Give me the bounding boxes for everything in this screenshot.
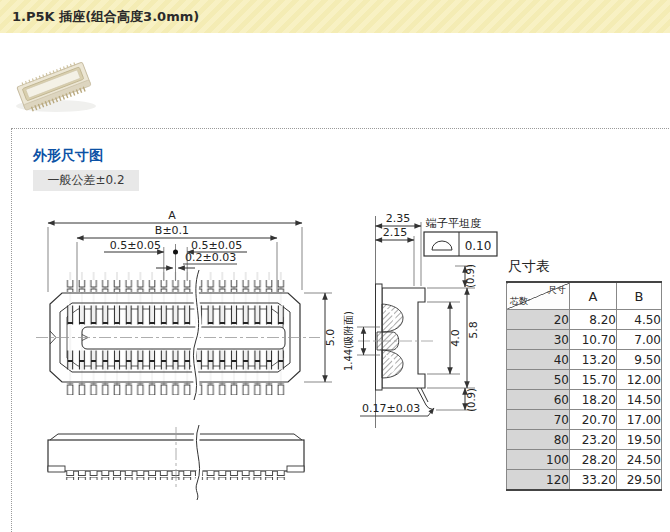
cell-pins: 120 xyxy=(507,470,570,491)
cell-a: 20.70 xyxy=(570,410,617,430)
table-row: 3010.707.00 xyxy=(507,330,662,350)
cell-b: 9.50 xyxy=(617,350,662,370)
cell-a: 23.20 xyxy=(570,430,617,450)
dim-label-235: 2.35 xyxy=(386,212,411,225)
cell-a: 28.20 xyxy=(570,450,617,470)
side-view: 2.35 2.15 端子平坦度 0.10 (0.9) xyxy=(343,212,497,428)
diagonal-header-cell: 尺寸 芯数 xyxy=(507,282,570,310)
cell-b: 17.00 xyxy=(617,410,662,430)
flatness-label: 端子平坦度 xyxy=(425,217,481,230)
cell-b: 29.50 xyxy=(617,470,662,491)
cell-b: 7.00 xyxy=(617,330,662,350)
dim-label-215: 2.15 xyxy=(383,226,408,239)
product-photo xyxy=(8,48,104,120)
dim-label-09-bottom: (0.9) xyxy=(466,388,477,412)
col-header-b: B xyxy=(617,282,662,310)
cell-pins: 80 xyxy=(507,430,570,450)
size-table: 尺寸 芯数 A B 208.204.50 3010.707.00 4013.20… xyxy=(506,281,662,491)
cell-pins: 20 xyxy=(507,310,570,330)
table-row: 4013.209.50 xyxy=(507,350,662,370)
diag-label-pins: 芯数 xyxy=(510,295,528,308)
dim-label-pitch-left: 0.5±0.05 xyxy=(110,239,161,252)
table-row: 7020.7017.00 xyxy=(507,410,662,430)
dim-label-body-width: 5.0 xyxy=(324,329,337,347)
cell-pins: 100 xyxy=(507,450,570,470)
size-table-header-row: 尺寸 芯数 A B xyxy=(507,282,662,310)
flatness-value: 0.10 xyxy=(465,239,492,253)
cell-pins: 50 xyxy=(507,370,570,390)
dimension-drawing: A B±0.1 0.5±0.05 0.5±0.05 0.2±0.03 xyxy=(25,198,505,528)
dim-label-a: A xyxy=(168,209,176,222)
cell-a: 33.20 xyxy=(570,470,617,491)
dim-label-pad: 0.2±0.03 xyxy=(185,251,236,264)
cell-a: 15.70 xyxy=(570,370,617,390)
drawing-section-title: 外形尺寸图 xyxy=(33,147,103,165)
table-row: 5015.7012.00 xyxy=(507,370,662,390)
datasheet-page: 1.P5K 插座(组合高度3.0mm) 外形尺寸图 一般公差±0.2 xyxy=(0,0,670,532)
cell-b: 12.00 xyxy=(617,370,662,390)
dim-label-lead: 0.17±0.03 xyxy=(362,402,420,415)
cell-b: 14.50 xyxy=(617,390,662,410)
cell-a: 10.70 xyxy=(570,330,617,350)
cell-a: 13.20 xyxy=(570,350,617,370)
diag-label-size: 尺寸 xyxy=(548,284,566,297)
size-table-section: 尺寸表 尺寸 芯数 A B 208.204.50 3010.707.00 401… xyxy=(506,258,662,491)
dim-label-40: 4.0 xyxy=(449,329,462,347)
cell-a: 8.20 xyxy=(570,310,617,330)
cell-pins: 30 xyxy=(507,330,570,350)
cell-b: 4.50 xyxy=(617,310,662,330)
cell-b: 24.50 xyxy=(617,450,662,470)
dim-label-b: B±0.1 xyxy=(155,224,189,237)
cell-a: 18.20 xyxy=(570,390,617,410)
table-row: 8023.2019.50 xyxy=(507,430,662,450)
cell-pins: 60 xyxy=(507,390,570,410)
dim-label-09-top: (0.9) xyxy=(465,264,476,288)
table-row: 208.204.50 xyxy=(507,310,662,330)
dim-label-suction: 1.44(吸附面) xyxy=(343,311,354,371)
front-view xyxy=(48,425,304,500)
page-title: 1.P5K 插座(组合高度3.0mm) xyxy=(0,8,199,26)
col-header-a: A xyxy=(570,282,617,310)
size-table-title: 尺寸表 xyxy=(508,258,662,276)
table-row: 10028.2024.50 xyxy=(507,450,662,470)
cell-pins: 70 xyxy=(507,410,570,430)
table-row: 6018.2014.50 xyxy=(507,390,662,410)
section-header-bar: 1.P5K 插座(组合高度3.0mm) xyxy=(0,0,670,33)
cell-pins: 40 xyxy=(507,350,570,370)
dim-label-58: 5.8 xyxy=(467,321,480,339)
cell-b: 19.50 xyxy=(617,430,662,450)
tolerance-note: 一般公差±0.2 xyxy=(33,170,139,191)
top-view: A B±0.1 0.5±0.05 0.5±0.05 0.2±0.03 xyxy=(36,209,337,400)
table-row: 12033.2029.50 xyxy=(507,470,662,491)
